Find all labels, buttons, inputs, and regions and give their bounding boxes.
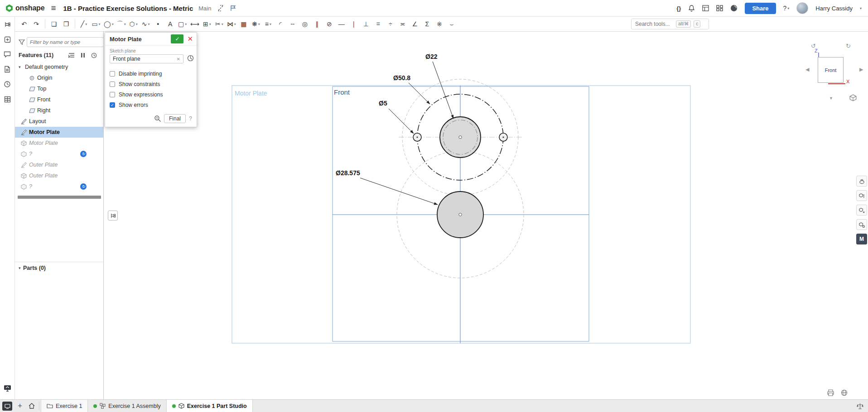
- toolbar-circular-pattern-button[interactable]: ❋▾: [251, 18, 261, 30]
- units-scale-icon[interactable]: [857, 400, 863, 412]
- feature-filter-input[interactable]: [27, 37, 104, 47]
- feature-item-right-plane[interactable]: Right: [15, 105, 103, 116]
- user-avatar[interactable]: [796, 2, 808, 14]
- toolbar-fix-button[interactable]: ∠: [410, 18, 420, 30]
- chevron-down-icon[interactable]: ▾: [112, 22, 114, 26]
- parts-section-header[interactable]: ▾ Parts (0): [15, 262, 103, 273]
- feature-item-outer-plate-extrude[interactable]: Outer Plate: [15, 170, 103, 181]
- app-store-icon[interactable]: [716, 5, 723, 11]
- toolbar-midpoint-button[interactable]: ÷: [385, 18, 396, 30]
- cancel-x-button[interactable]: ✕: [187, 35, 193, 43]
- chevron-down-icon[interactable]: ▾: [185, 22, 187, 26]
- toolbar-offset-button[interactable]: ≡▾: [263, 18, 274, 30]
- display-states-panel-icon[interactable]: [856, 205, 867, 216]
- toolbar-copy-button[interactable]: ❏: [48, 18, 59, 30]
- chevron-down-icon[interactable]: ▾: [234, 22, 236, 26]
- featurescript-icon[interactable]: {}: [676, 5, 681, 12]
- toolbar-vertical-button[interactable]: ∣: [348, 18, 359, 30]
- configurations-panel-icon[interactable]: [856, 219, 867, 230]
- feature-item-origin[interactable]: Origin: [15, 72, 103, 83]
- checkbox-icon[interactable]: [110, 71, 115, 77]
- feature-item-top-plane[interactable]: Top: [15, 83, 103, 94]
- toolbar-linear-pattern-button[interactable]: ▦: [238, 18, 249, 30]
- update-badge-icon[interactable]: ↻: [80, 183, 87, 190]
- dimension-boss[interactable]: Ø22: [425, 53, 438, 60]
- feature-item-outer-plate-sketch[interactable]: Outer Plate: [15, 159, 103, 170]
- dimension-bolt-circle[interactable]: Ø50.8: [393, 74, 410, 81]
- toolbar-text-button[interactable]: A: [165, 18, 176, 30]
- checkbox-show-expressions[interactable]: Show expressions: [110, 90, 192, 99]
- toolbar-spline-button[interactable]: ∿▾: [140, 18, 151, 30]
- new-tab-button[interactable]: ＋: [14, 400, 26, 412]
- feature-item-unknown-1[interactable]: ? ↻: [15, 149, 103, 159]
- front-view-label[interactable]: Front: [334, 88, 350, 96]
- user-name[interactable]: Harry Cassidy: [815, 5, 853, 12]
- toolbar-circle-button[interactable]: ◯▾: [103, 18, 115, 30]
- tab-exercise-1-folder[interactable]: Exercise 1: [41, 400, 88, 412]
- reports-icon[interactable]: [702, 5, 709, 11]
- toolbar-concentric-button[interactable]: ◎: [299, 18, 310, 30]
- sketch-plane-field[interactable]: Front plane ✕: [110, 54, 183, 63]
- chevron-down-icon[interactable]: ▾: [860, 6, 862, 10]
- rotate-right-arrow-icon[interactable]: ▶: [859, 67, 863, 72]
- dialog-help-icon[interactable]: ?: [189, 115, 192, 122]
- feature-item-default-geometry[interactable]: ▾ Default geometry: [15, 62, 103, 72]
- appearance-panel-icon[interactable]: [856, 176, 867, 187]
- dimension-hole-large[interactable]: Ø28.575: [336, 169, 360, 177]
- clear-selection-icon[interactable]: ✕: [177, 57, 180, 62]
- toolbar-point-button[interactable]: •: [153, 18, 164, 30]
- mcmaster-carr-panel-icon[interactable]: M: [856, 234, 867, 244]
- onshape-logo[interactable]: onshape: [5, 4, 44, 12]
- graphics-area[interactable]: Ø22 Ø50.8 Ø5 Ø28.575 Motor Plate Front F…: [104, 32, 868, 399]
- help-menu[interactable]: ? ▾: [783, 5, 790, 12]
- toolbar-curvature-button[interactable]: Σ: [422, 18, 433, 30]
- toolbar-construction-button[interactable]: ╌: [287, 18, 298, 30]
- cast-icon[interactable]: [2, 402, 12, 411]
- feature-item-front-plane[interactable]: Front: [15, 94, 103, 105]
- center-mark-bottom[interactable]: [459, 213, 462, 216]
- tab-exercise-1-part-studio[interactable]: Exercise 1 Part Studio: [167, 400, 253, 412]
- mate-connector-icon[interactable]: [187, 55, 194, 62]
- model-tree-icon[interactable]: [3, 20, 11, 29]
- roll-cw-icon[interactable]: ↻: [846, 43, 851, 49]
- document-title[interactable]: 1B - Practice Exercise Solutions - Metri…: [63, 5, 193, 12]
- share-button[interactable]: Share: [745, 3, 776, 14]
- toolbar-equal-button[interactable]: =: [373, 18, 384, 30]
- chevron-down-icon[interactable]: ▾: [99, 22, 101, 26]
- insert-icon[interactable]: [3, 35, 11, 43]
- checkbox-icon[interactable]: ✓: [110, 102, 115, 108]
- toolbar-tangent-button[interactable]: ⊘: [324, 18, 335, 30]
- tab-exercise-1-assembly[interactable]: Exercise 1 Assembly: [88, 400, 166, 412]
- chevron-down-icon[interactable]: ▾: [19, 65, 23, 69]
- confirm-check-button[interactable]: ✓: [171, 34, 183, 43]
- chevron-down-icon[interactable]: ▾: [124, 22, 126, 26]
- search-tools-input[interactable]: [634, 20, 673, 28]
- toolbar-mirror-button[interactable]: ⋈▾: [226, 18, 237, 30]
- toolbar-slot-button[interactable]: ▢▾: [177, 18, 188, 30]
- tables-icon[interactable]: [3, 95, 11, 103]
- link-icon[interactable]: [217, 5, 224, 11]
- main-menu-icon[interactable]: ≡: [51, 3, 56, 13]
- sketch-canvas[interactable]: Ø22 Ø50.8 Ø5 Ø28.575 Motor Plate Front: [104, 32, 868, 399]
- documentation-icon[interactable]: [3, 65, 11, 73]
- toolbar-normal-button[interactable]: ⌣: [446, 18, 457, 30]
- toolbar-polygon-button[interactable]: ⬡▾: [128, 18, 139, 30]
- parts-list-panel-icon[interactable]: [856, 190, 867, 201]
- toolbar-pierce-button[interactable]: ※: [434, 18, 445, 30]
- toolbar-symmetric-button[interactable]: ≍: [397, 18, 408, 30]
- toolbar-paste-button[interactable]: ❐: [61, 18, 72, 30]
- list-view-icon[interactable]: [68, 53, 75, 58]
- view-menu-chevron-icon[interactable]: ▼: [829, 96, 833, 101]
- workspace-label[interactable]: Main: [198, 5, 211, 12]
- feature-list-flyout-button[interactable]: [108, 211, 118, 220]
- toolbar-rectangle-button[interactable]: ▭▾: [91, 18, 101, 30]
- feature-item-motor-plate-sketch[interactable]: Motor Plate: [15, 127, 103, 138]
- filter-funnel-icon[interactable]: [19, 39, 25, 45]
- chevron-down-icon[interactable]: ▾: [222, 22, 223, 26]
- toolbar-use-project-button[interactable]: ⊞▾: [202, 18, 212, 30]
- rollback-bar[interactable]: [18, 196, 101, 199]
- search-tools[interactable]: alt/⌘ c: [631, 19, 709, 29]
- toolbar-dimension-button[interactable]: ⟷: [189, 18, 200, 30]
- toolbar-horizontal-button[interactable]: ―: [336, 18, 347, 30]
- screen-share-icon[interactable]: [3, 384, 11, 392]
